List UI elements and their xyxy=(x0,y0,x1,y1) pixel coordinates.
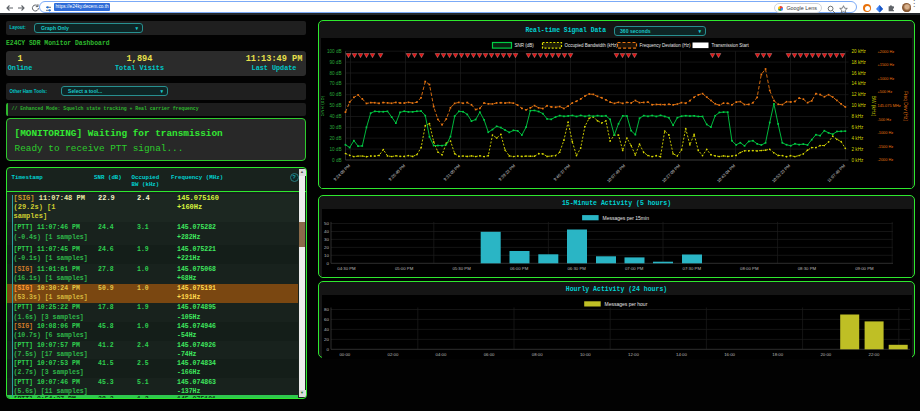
svg-text:90 dB: 90 dB xyxy=(329,60,341,65)
svg-text:SNR (dB): SNR (dB) xyxy=(514,43,534,48)
svg-text:80 dB: 80 dB xyxy=(329,71,341,76)
svg-text:-2000 Hz: -2000 Hz xyxy=(877,157,893,162)
svg-text:04:00: 04:00 xyxy=(436,352,447,357)
svg-text:14:00: 14:00 xyxy=(676,352,687,357)
svg-text:6 kHz: 6 kHz xyxy=(851,125,863,130)
svg-text:2 kHz: 2 kHz xyxy=(851,147,863,152)
svg-text:16:00: 16:00 xyxy=(724,352,735,357)
svg-text:08:00 PM: 08:00 PM xyxy=(740,266,759,271)
svg-text:30 dB: 30 dB xyxy=(329,125,341,130)
svg-text:80: 80 xyxy=(324,307,329,312)
svg-text:Messages per 15min: Messages per 15min xyxy=(603,215,650,221)
svg-text:06:00: 06:00 xyxy=(484,352,495,357)
svg-text:20: 20 xyxy=(324,337,329,342)
svg-text:60: 60 xyxy=(324,317,329,322)
svg-text:145.075 MHz: 145.075 MHz xyxy=(877,103,900,108)
svg-text:06:30 PM: 06:30 PM xyxy=(567,266,586,271)
svg-text:20 dB: 20 dB xyxy=(329,136,341,141)
svg-text:10 dB: 10 dB xyxy=(329,147,341,152)
svg-text:-1000 Hz: -1000 Hz xyxy=(877,130,893,135)
svg-text:70 dB: 70 dB xyxy=(329,81,341,86)
svg-text:-500 Hz: -500 Hz xyxy=(877,117,891,122)
svg-text:12 kHz: 12 kHz xyxy=(851,92,866,97)
svg-text:0 dB: 0 dB xyxy=(332,158,341,163)
svg-text:08:00: 08:00 xyxy=(532,352,543,357)
svg-text:16 kHz: 16 kHz xyxy=(851,71,866,76)
svg-text:20:00: 20:00 xyxy=(820,352,831,357)
svg-text:+500 Hz: +500 Hz xyxy=(877,89,892,94)
svg-text:+2000 Hz: +2000 Hz xyxy=(877,49,894,54)
svg-text:100 dB: 100 dB xyxy=(326,49,341,54)
svg-text:08:30 PM: 08:30 PM xyxy=(798,266,817,271)
svg-text:07:30 PM: 07:30 PM xyxy=(683,266,702,271)
svg-text:Occupied Bandwidth (kHz): Occupied Bandwidth (kHz) xyxy=(564,43,618,48)
svg-text:02:00: 02:00 xyxy=(388,352,399,357)
svg-text:20: 20 xyxy=(324,245,329,250)
svg-text:00:00: 00:00 xyxy=(339,352,350,357)
svg-text:18 kHz: 18 kHz xyxy=(851,60,866,65)
svg-text:Freq Dev (Hz): Freq Dev (Hz) xyxy=(902,91,907,122)
svg-text:22:00: 22:00 xyxy=(869,352,880,357)
svg-text:10 kHz: 10 kHz xyxy=(851,103,866,108)
svg-text:06:00 PM: 06:00 PM xyxy=(510,266,529,271)
svg-text:40: 40 xyxy=(324,229,329,234)
svg-text:0 kHz: 0 kHz xyxy=(851,158,863,163)
svg-text:05:30 PM: 05:30 PM xyxy=(452,266,471,271)
svg-text:14 kHz: 14 kHz xyxy=(851,81,866,86)
svg-text:+1500 Hz: +1500 Hz xyxy=(877,62,894,67)
svg-text:+1000 Hz: +1000 Hz xyxy=(877,76,894,81)
svg-text:09:00 PM: 09:00 PM xyxy=(855,266,874,271)
svg-text:Transmission Start: Transmission Start xyxy=(711,43,749,48)
svg-text:10:00: 10:00 xyxy=(580,352,591,357)
svg-text:50: 50 xyxy=(324,221,329,226)
svg-text:10: 10 xyxy=(324,253,329,258)
svg-text:05:00 PM: 05:00 PM xyxy=(395,266,414,271)
svg-text:20 kHz: 20 kHz xyxy=(851,49,866,54)
svg-text:-1500 Hz: -1500 Hz xyxy=(877,144,893,149)
svg-text:BW (kHz): BW (kHz) xyxy=(870,96,875,117)
svg-text:Frequency Deviation (Hz): Frequency Deviation (Hz) xyxy=(639,43,691,48)
svg-text:30: 30 xyxy=(324,237,329,242)
svg-text:Messages per hour: Messages per hour xyxy=(605,301,648,307)
svg-text:SNR (dB): SNR (dB) xyxy=(321,95,325,116)
svg-text:12:00: 12:00 xyxy=(628,352,639,357)
svg-text:4 kHz: 4 kHz xyxy=(851,136,863,141)
svg-text:18:00: 18:00 xyxy=(772,352,783,357)
svg-text:50 dB: 50 dB xyxy=(329,103,341,108)
svg-text:40: 40 xyxy=(324,327,329,332)
svg-text:40 dB: 40 dB xyxy=(329,114,341,119)
svg-text:8 kHz: 8 kHz xyxy=(851,114,863,119)
svg-text:04:30 PM: 04:30 PM xyxy=(337,266,356,271)
svg-text:60 dB: 60 dB xyxy=(329,92,341,97)
svg-text:07:00 PM: 07:00 PM xyxy=(625,266,644,271)
